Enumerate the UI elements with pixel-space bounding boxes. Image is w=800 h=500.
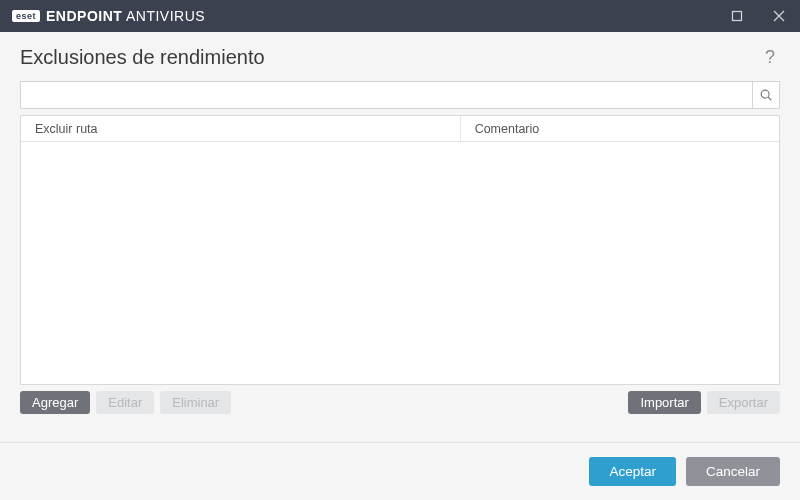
- search-button[interactable]: [752, 81, 780, 109]
- edit-button[interactable]: Editar: [96, 391, 154, 414]
- export-button[interactable]: Exportar: [707, 391, 780, 414]
- ok-button[interactable]: Aceptar: [589, 457, 676, 486]
- brand-name: ENDPOINT ANTIVIRUS: [46, 8, 205, 24]
- svg-point-1: [761, 90, 769, 98]
- body-area: Excluir ruta Comentario: [20, 81, 780, 385]
- close-button[interactable]: [758, 0, 800, 32]
- add-button[interactable]: Agregar: [20, 391, 90, 414]
- page-title: Exclusiones de rendimiento: [20, 46, 265, 69]
- delete-button[interactable]: Eliminar: [160, 391, 231, 414]
- cancel-button[interactable]: Cancelar: [686, 457, 780, 486]
- table-body: [21, 142, 779, 384]
- import-button[interactable]: Importar: [628, 391, 700, 414]
- square-icon: [731, 10, 743, 22]
- column-header-comment[interactable]: Comentario: [461, 116, 779, 141]
- brand-badge: eset: [12, 10, 40, 22]
- header-row: Exclusiones de rendimiento ?: [0, 32, 800, 81]
- column-header-path[interactable]: Excluir ruta: [21, 116, 461, 141]
- search-row: [20, 81, 780, 109]
- svg-rect-0: [733, 12, 742, 21]
- help-button[interactable]: ?: [760, 47, 780, 68]
- close-icon: [773, 10, 785, 22]
- brand-name-rest: ANTIVIRUS: [122, 8, 205, 24]
- table-toolbar: Agregar Editar Eliminar Importar Exporta…: [20, 391, 780, 414]
- maximize-button[interactable]: [716, 0, 758, 32]
- table-header: Excluir ruta Comentario: [21, 116, 779, 142]
- footer: Aceptar Cancelar: [0, 442, 800, 500]
- exclusions-table: Excluir ruta Comentario: [20, 115, 780, 385]
- content: Exclusiones de rendimiento ? Excluir rut…: [0, 32, 800, 500]
- search-icon: [759, 88, 773, 102]
- svg-line-2: [768, 97, 771, 100]
- titlebar: eset ENDPOINT ANTIVIRUS: [0, 0, 800, 32]
- brand-name-bold: ENDPOINT: [46, 8, 122, 24]
- search-input[interactable]: [20, 81, 752, 109]
